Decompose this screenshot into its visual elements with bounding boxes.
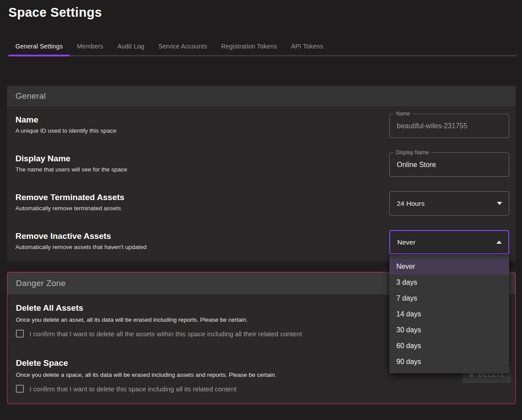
menu-option-7-days[interactable]: 7 days bbox=[389, 290, 509, 306]
display-name-row: Display Name The name that users will se… bbox=[15, 152, 509, 177]
page-title: Space Settings bbox=[8, 5, 102, 20]
menu-option-60-days[interactable]: 60 days bbox=[389, 338, 509, 354]
tab-members[interactable]: Members bbox=[70, 36, 110, 55]
remove-inactive-row-title: Remove Inactive Assets bbox=[15, 231, 147, 242]
name-row-desc: A unique ID used to identify this space bbox=[15, 127, 116, 135]
delete-space-confirm-row: I confirm that I want to delete this spa… bbox=[16, 385, 509, 393]
general-card-body: Name A unique ID used to identify this s… bbox=[7, 106, 516, 261]
tab-general-settings[interactable]: General Settings bbox=[8, 36, 70, 55]
display-name-input[interactable] bbox=[390, 153, 509, 176]
name-input[interactable] bbox=[390, 114, 509, 138]
name-field: Name bbox=[389, 114, 509, 138]
name-field-label: Name bbox=[394, 111, 412, 117]
remove-terminated-row-desc: Automatically remove terminated assets bbox=[15, 204, 124, 212]
remove-terminated-select-value: 24 Hours bbox=[397, 200, 425, 208]
remove-terminated-row: Remove Terminated Assets Automatically r… bbox=[15, 191, 509, 216]
display-name-row-text: Display Name The name that users will se… bbox=[15, 152, 127, 174]
menu-option-14-days[interactable]: 14 days bbox=[389, 306, 509, 322]
tab-registration-tokens[interactable]: Registration Tokens bbox=[214, 36, 284, 55]
chevron-down-icon bbox=[497, 202, 502, 205]
general-card-header: General bbox=[7, 86, 516, 106]
name-row-title: Name bbox=[15, 115, 116, 125]
tab-service-accounts[interactable]: Service Accounts bbox=[151, 36, 214, 55]
space-settings-page: Space Settings General Settings Members … bbox=[0, 0, 522, 420]
tab-audit-log[interactable]: Audit Log bbox=[110, 36, 151, 55]
display-name-field-label: Display Name bbox=[394, 149, 431, 156]
remove-inactive-select-value: Never bbox=[397, 238, 415, 246]
display-name-row-desc: The name that users will see for the spa… bbox=[15, 166, 127, 174]
remove-terminated-row-title: Remove Terminated Assets bbox=[15, 192, 124, 203]
remove-inactive-dropdown-menu: Never 3 days 7 days 14 days 30 days 60 d… bbox=[389, 255, 509, 373]
settings-tabs: General Settings Members Audit Log Servi… bbox=[8, 36, 517, 56]
remove-terminated-select[interactable]: 24 Hours bbox=[389, 191, 509, 216]
general-card: General Name A unique ID used to identif… bbox=[7, 86, 516, 261]
display-name-row-title: Display Name bbox=[15, 153, 127, 164]
menu-option-never[interactable]: Never bbox=[389, 259, 509, 275]
delete-all-assets-checkbox[interactable] bbox=[16, 330, 24, 338]
remove-inactive-row-text: Remove Inactive Assets Automatically rem… bbox=[15, 230, 147, 251]
danger-zone-title: Danger Zone bbox=[16, 279, 66, 288]
name-row-text: Name A unique ID used to identify this s… bbox=[15, 114, 116, 135]
menu-option-3-days[interactable]: 3 days bbox=[389, 275, 509, 290]
delete-all-assets-checkbox-label: I confirm that I want to delete all the … bbox=[30, 330, 302, 338]
remove-inactive-row-desc: Automatically remove assets that haven't… bbox=[15, 243, 147, 251]
name-row: Name A unique ID used to identify this s… bbox=[15, 114, 509, 138]
remove-inactive-select[interactable]: Never bbox=[389, 230, 509, 254]
display-name-field: Display Name bbox=[389, 152, 509, 177]
remove-inactive-row: Remove Inactive Assets Automatically rem… bbox=[15, 230, 509, 254]
menu-option-30-days[interactable]: 30 days bbox=[389, 322, 509, 338]
general-card-title: General bbox=[15, 91, 46, 101]
tab-api-tokens[interactable]: API Tokens bbox=[284, 36, 330, 55]
chevron-up-icon bbox=[496, 241, 502, 244]
delete-space-checkbox-label: I confirm that I want to delete this spa… bbox=[30, 385, 236, 393]
remove-terminated-row-text: Remove Terminated Assets Automatically r… bbox=[15, 191, 124, 212]
delete-space-checkbox[interactable] bbox=[16, 385, 24, 393]
menu-option-90-days[interactable]: 90 days bbox=[389, 354, 509, 370]
